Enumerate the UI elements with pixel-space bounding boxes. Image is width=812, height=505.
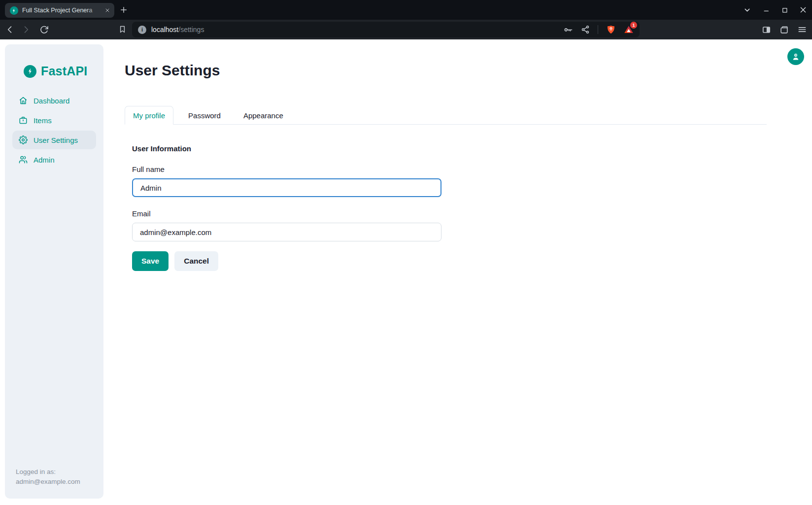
sidebar-item-dashboard[interactable]: Dashboard [12,91,96,110]
user-avatar-icon [791,52,801,62]
briefcase-icon [19,116,28,125]
url-path: /settings [178,26,204,34]
sidebar-item-label: Dashboard [34,97,69,105]
reload-icon[interactable] [39,25,49,34]
menu-icon[interactable] [797,25,807,34]
fastapi-favicon [10,6,18,15]
save-button[interactable]: Save [132,251,169,271]
tab-password[interactable]: Password [180,106,229,125]
fastapi-logo-text: FastAPI [41,64,87,78]
sidebar-item-label: Admin [34,156,55,164]
address-bar[interactable]: i localhost/settings 1 [132,22,640,37]
nav-buttons [0,25,49,34]
url-text[interactable]: localhost/settings [151,26,204,34]
fastapi-logo: FastAPI [24,64,103,78]
minimize-icon[interactable] [763,6,770,14]
sidebar-item-label: Items [34,116,52,125]
users-icon [19,155,28,164]
main-content: User Settings My profile Password Appear… [125,39,767,271]
profile-panel: User Information Full name Email Save Ca… [125,144,767,271]
browser-tab-title: Full Stack Project Genera [22,7,101,14]
forward-icon[interactable] [21,25,31,34]
bookmark-icon[interactable] [118,25,127,34]
section-title: User Information [132,144,767,153]
address-bar-actions: 1 [564,25,634,34]
cancel-button[interactable]: Cancel [174,251,218,271]
email-input[interactable] [132,223,441,241]
browser-titlebar: Full Stack Project Genera [0,0,812,20]
new-tab-icon[interactable] [119,5,128,14]
brave-rewards-icon[interactable]: 1 [624,25,634,34]
share-icon[interactable] [581,25,590,34]
app-page: FastAPI Dashboard Items User Settings [0,39,812,505]
gear-icon [19,135,28,144]
full-name-input[interactable] [132,178,441,197]
tab-search-chevron-icon[interactable] [743,6,751,14]
rewards-notification-badge: 1 [630,22,637,29]
wallet-icon[interactable] [779,25,789,34]
full-name-label: Full name [132,165,767,173]
sidebar-item-admin[interactable]: Admin [12,150,96,169]
browser-tab[interactable]: Full Stack Project Genera [5,3,114,18]
user-menu-button[interactable] [787,48,804,65]
brave-shield-icon[interactable] [606,25,616,34]
sidebar-item-user-settings[interactable]: User Settings [12,131,96,149]
maximize-icon[interactable] [781,6,788,14]
close-window-icon[interactable] [799,6,807,14]
back-icon[interactable] [5,25,15,34]
toolbar-separator [598,25,598,34]
logged-in-label: Logged in as: [16,467,80,477]
key-icon[interactable] [564,25,573,34]
home-icon [19,96,28,105]
form-actions: Save Cancel [132,251,767,271]
sidebar-nav: Dashboard Items User Settings Admin [12,91,96,169]
logged-in-status: Logged in as: admin@example.com [16,467,80,487]
window-controls [743,0,807,20]
page-title: User Settings [125,62,767,79]
fastapi-logo-icon [24,65,36,78]
sidebar-item-label: User Settings [34,136,78,144]
app-sidebar: FastAPI Dashboard Items User Settings [5,44,103,499]
email-label: Email [132,209,767,218]
browser-toolbar: i localhost/settings 1 [0,20,812,39]
tab-appearance[interactable]: Appearance [236,106,291,125]
url-host: localhost [151,26,178,34]
settings-tabs: My profile Password Appearance [125,106,767,125]
sidebar-toggle-icon[interactable] [762,25,771,34]
site-info-icon[interactable]: i [138,26,146,34]
sidebar-item-items[interactable]: Items [12,111,96,130]
logged-in-email: admin@example.com [16,477,80,487]
tab-my-profile[interactable]: My profile [125,106,173,125]
tab-close-icon[interactable] [104,7,110,13]
toolbar-right-buttons [762,20,807,39]
